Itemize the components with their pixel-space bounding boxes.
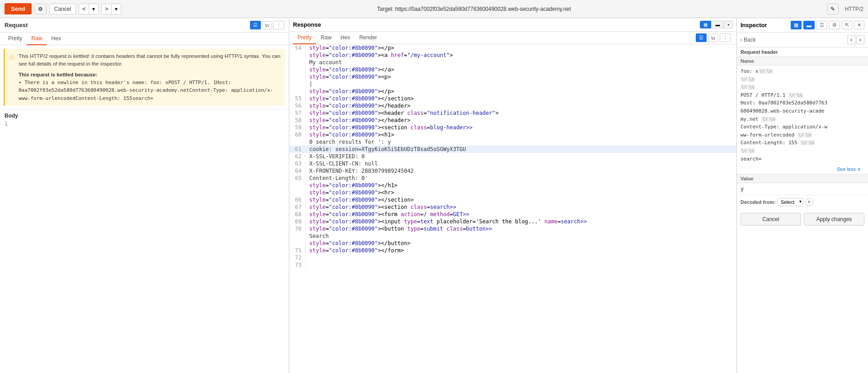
response-code-view[interactable]: 54 style="color:#8b0090"></p> style="col… (289, 44, 736, 373)
table-row: Search (289, 232, 736, 240)
table-row: style="color:#8b0090"><a href="/my-accou… (289, 52, 736, 59)
inspector-view-3[interactable]: ☲ (816, 21, 827, 29)
line-number: 58 (289, 117, 306, 123)
request-more-icon[interactable]: ⋮ (273, 21, 284, 29)
cancel-button[interactable]: Cancel (49, 4, 76, 14)
line-number (289, 59, 306, 66)
table-row: 56 style="color:#8b0090"></header> (289, 102, 736, 109)
table-row: | (289, 80, 736, 88)
view-icon-list[interactable]: ▬ (712, 21, 723, 28)
tab-request-hex[interactable]: Hex (47, 33, 65, 45)
response-panel: Response ▦ ▬ ▪ Pretty Raw Hex Render ☰ \… (289, 18, 737, 373)
line-content: style="color:#8b0090"><a href="/my-accou… (309, 52, 453, 58)
line-content: style="color:#8b0090"><input type=text p… (309, 218, 587, 225)
name-line-10: Content-Length: 155 \r\n (741, 140, 815, 146)
name-line-9: ww-form-urlencoded \r\n (741, 132, 812, 138)
line-number: 60 (289, 132, 306, 138)
back-label: Back (744, 37, 756, 43)
request-inline-icon[interactable]: \n (262, 21, 272, 29)
inspector-view-1[interactable]: ▦ (791, 21, 802, 29)
line-content: style="color:#8b0090"><p> (309, 74, 391, 80)
line-content: X-SSL-VERIFIED: 0 (309, 153, 365, 160)
table-row: 62 X-SSL-VERIFIED: 0 (289, 153, 736, 160)
decoded-from-label: Decoded from: (741, 199, 776, 205)
edit-url-button[interactable]: ✎ (827, 4, 839, 14)
request-panel-header: Request ☰ \n ⋮ (0, 18, 289, 33)
nav-next[interactable]: › (856, 35, 864, 44)
table-row: style="color:#8b0090"><p> (289, 73, 736, 80)
tab-response-pretty[interactable]: Pretty (293, 32, 316, 44)
next-dropdown-button[interactable]: ▾ (112, 4, 121, 14)
view-icon-compact[interactable]: ▪ (724, 21, 733, 28)
inspector-settings[interactable]: ⚙ (829, 21, 840, 29)
name-line-3: \r\n (741, 84, 755, 90)
prev-nav[interactable]: < ▾ (79, 4, 99, 14)
name-content: foo: x\r\n \r\n \r\n POST / HTTP/1.1 \r\… (737, 66, 868, 165)
line-content: style="color:#8b0090"></p> (309, 45, 394, 51)
line-number: 69 (289, 218, 306, 225)
table-row: 59 style="color:#8b0090"><section class=… (289, 124, 736, 131)
table-row: 54 style="color:#8b0090"></p> (289, 44, 736, 52)
select-dropdown[interactable]: Select (778, 198, 803, 206)
line-content: X-SSL-CLIENT-CN: null (309, 161, 378, 167)
apply-changes-button[interactable]: Apply changes (804, 213, 864, 226)
table-row: 67 style="color:#8b0090"><section class=… (289, 203, 736, 211)
line-content: | (309, 81, 312, 87)
prev-button[interactable]: < (79, 4, 89, 14)
next-nav[interactable]: > ▾ (101, 4, 121, 14)
back-button[interactable]: ‹ Back (741, 37, 756, 43)
tab-response-raw[interactable]: Raw (316, 32, 336, 44)
tab-request-pretty[interactable]: Pretty (4, 33, 27, 45)
body-content: 1 (5, 121, 284, 127)
table-row: 64 X-FRONTEND-KEY: 2883079989245042 (289, 167, 736, 175)
response-more-icon[interactable]: ⋮ (720, 33, 731, 42)
inspector-header: Inspector ▦ ▬ ☲ ⚙ ⇱ ✕ (737, 18, 868, 33)
prev-dropdown-button[interactable]: ▾ (89, 4, 98, 14)
request-view-icon-1[interactable]: ☰ (250, 21, 261, 29)
line-number (289, 52, 306, 58)
line-number (289, 182, 306, 189)
line-content: style="color:#8b0090"><button type=submi… (309, 226, 492, 232)
see-less[interactable]: See less ∧ (741, 165, 864, 173)
line-number: 59 (289, 124, 306, 131)
line-content: style="color:#8b0090"><hr> (309, 189, 394, 196)
line-number (289, 233, 306, 239)
table-row: 69 style="color:#8b0090"><input type=tex… (289, 218, 736, 225)
nav-prev[interactable]: ‹ (847, 35, 855, 44)
tab-response-render[interactable]: Render (355, 32, 382, 44)
line-number: 71 (289, 247, 306, 254)
line-number: 70 (289, 226, 306, 232)
response-toolbar-1[interactable]: ☰ (696, 33, 707, 42)
line-content: Content-Length: 0' (309, 175, 368, 181)
main-area: Request ☰ \n ⋮ Pretty Raw Hex ⚠ This HTT… (0, 18, 868, 373)
request-toolbar-icons: ☰ \n ⋮ (250, 21, 284, 29)
add-decoded-button[interactable]: + (805, 198, 813, 206)
name-line-7: my.net \r\n (741, 116, 776, 122)
settings-icon-button[interactable]: ⚙ (34, 4, 47, 14)
inspector-view-2[interactable]: ▬ (803, 21, 815, 29)
table-row: 68 style="color:#8b0090"><form action=/ … (289, 211, 736, 218)
line-number: 61 (289, 146, 306, 152)
line-content: Search (309, 233, 329, 239)
name-line-1: foo: x\r\n (741, 68, 773, 74)
next-button[interactable]: > (102, 4, 112, 14)
request-tabs: Pretty Raw Hex (0, 33, 289, 45)
inspector-close[interactable]: ✕ (854, 21, 864, 29)
cancel-changes-button[interactable]: Cancel (741, 213, 801, 226)
line-number (289, 88, 306, 94)
target-url: Target: https://0aa7002f03e52da580d77636… (124, 6, 824, 12)
tab-response-hex[interactable]: Hex (336, 32, 354, 44)
tab-request-raw[interactable]: Raw (27, 33, 47, 45)
view-icon-grid[interactable]: ▦ (700, 21, 711, 28)
select-wrapper[interactable]: Select (778, 198, 803, 206)
line-number: 72 (289, 255, 306, 261)
line-content: style="color:#8b0090"><h1> (309, 132, 394, 138)
body-title: Body (5, 113, 284, 119)
send-button[interactable]: Send (5, 3, 32, 14)
line-number (289, 240, 306, 246)
table-row: 61 cookie: session=XTgy6ioKSiSEbUDzT8sad… (289, 146, 736, 153)
table-row: 57 style="color:#8b0090"><header class="… (289, 109, 736, 117)
line-content: style="color:#8b0090"></p> (309, 88, 394, 94)
inspector-popout[interactable]: ⇱ (842, 21, 852, 29)
response-inline-icon[interactable]: \n (708, 34, 718, 42)
